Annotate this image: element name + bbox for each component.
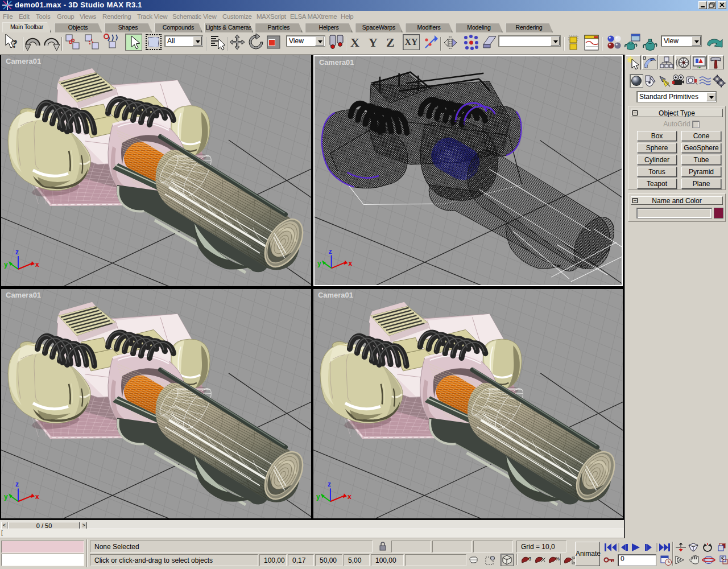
svg-text:x: x bbox=[35, 493, 39, 501]
svg-text:Camera01: Camera01 bbox=[6, 291, 41, 299]
svg-text:x: x bbox=[348, 493, 351, 501]
svg-text:Camera01: Camera01 bbox=[6, 57, 41, 65]
svg-text:z: z bbox=[15, 480, 19, 488]
svg-text:Camera01: Camera01 bbox=[318, 291, 353, 299]
svg-text:Y: Y bbox=[369, 35, 378, 50]
svg-text:z: z bbox=[329, 248, 332, 255]
svg-text:X: X bbox=[350, 35, 359, 50]
svg-text:%: % bbox=[555, 556, 560, 562]
svg-text:x: x bbox=[35, 261, 39, 269]
svg-text:y: y bbox=[4, 493, 8, 501]
svg-text:y: y bbox=[316, 493, 320, 501]
svg-text:x: x bbox=[348, 259, 352, 267]
svg-text:z: z bbox=[328, 480, 331, 488]
svg-text:y: y bbox=[317, 259, 321, 267]
svg-text:z: z bbox=[15, 248, 19, 256]
svg-text:Camera01: Camera01 bbox=[319, 58, 354, 67]
svg-text:Z: Z bbox=[386, 35, 395, 50]
svg-text:y: y bbox=[4, 261, 8, 269]
svg-text:?: ? bbox=[11, 36, 18, 51]
svg-text:3: 3 bbox=[528, 556, 531, 562]
